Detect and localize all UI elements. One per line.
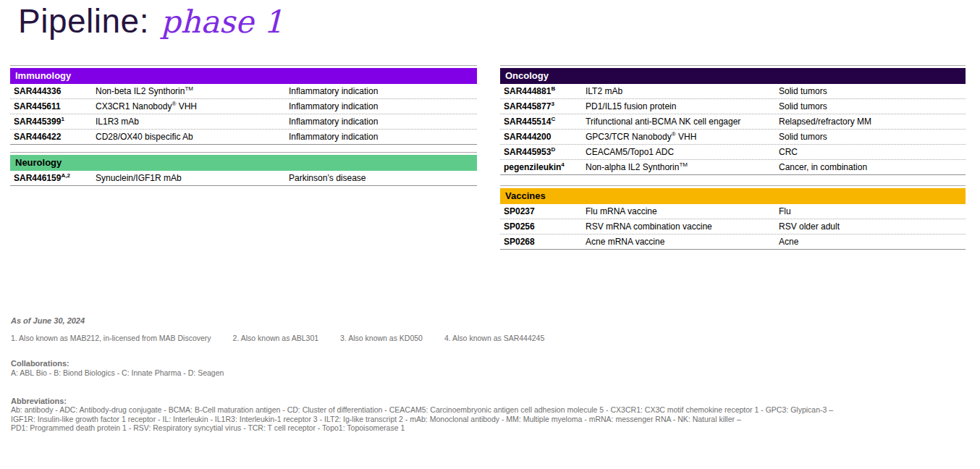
table-neurology: Neurology SAR446159A,2Synuclein/IGF1R mA… — [10, 152, 477, 186]
drug-code: pegenzileukin4 — [500, 161, 586, 174]
table-top-rule — [500, 185, 966, 186]
section-title: Immunology — [15, 70, 71, 81]
drug-mechanism: Non-beta IL2 SynthorinTM — [96, 85, 289, 98]
drug-indication: CRC — [779, 145, 966, 159]
table-row: SAR444200GPC3/TCR Nanobody® VHHSolid tum… — [500, 130, 966, 145]
drug-code: SP0237 — [500, 205, 586, 219]
table-row: SAR446159A,2Synuclein/IGF1R mAbParkinson… — [10, 171, 477, 186]
footnote-4: 4. Also known as SAR444245 — [444, 334, 544, 342]
drug-code: SP0268 — [500, 235, 586, 249]
drug-mechanism: CD28/OX40 bispecific Ab — [96, 130, 289, 144]
drug-mechanism: PD1/IL15 fusion protein — [586, 100, 779, 114]
drug-code: SAR446159A,2 — [10, 172, 96, 185]
table-row: SAR446422CD28/OX40 bispecific AbInflamma… — [10, 130, 477, 145]
drug-mechanism: IL1R3 mAb — [96, 115, 289, 129]
drug-indication: RSV older adult — [779, 220, 966, 234]
drug-indication: Relapsed/refractory MM — [779, 115, 966, 129]
table-rows: SAR444336Non-beta IL2 SynthorinTMInflamm… — [10, 84, 477, 145]
table-row: SAR444336Non-beta IL2 SynthorinTMInflamm… — [10, 84, 477, 99]
drug-code: SAR444200 — [500, 130, 586, 144]
drug-mechanism: GPC3/TCR Nanobody® VHH — [586, 130, 779, 144]
drug-mechanism: CX3CR1 Nanobody® VHH — [96, 100, 289, 114]
table-row: SAR445611CX3CR1 Nanobody® VHHInflammator… — [10, 99, 477, 114]
table-oncology: Oncology SAR444881BILT2 mAbSolid tumorsS… — [500, 65, 966, 175]
abbreviations-label: Abbreviations: — [11, 397, 833, 405]
section-header-oncology: Oncology — [500, 68, 966, 84]
table-vaccines: Vaccines SP0237Flu mRNA vaccineFluSP0256… — [500, 185, 966, 250]
drug-indication: Inflammatory indication — [289, 85, 477, 98]
drug-code: SAR4453991 — [10, 115, 96, 129]
drug-indication: Solid tumors — [779, 85, 966, 98]
table-row: SAR444881BILT2 mAbSolid tumors — [500, 84, 966, 99]
abbreviations-line: Ab: antibody - ADC: Antibody-drug conjug… — [11, 405, 833, 414]
drug-code: SAR444336 — [10, 85, 96, 98]
drug-indication: Solid tumors — [779, 100, 966, 114]
drug-indication: Flu — [779, 205, 966, 219]
table-rows: SP0237Flu mRNA vaccineFluSP0256RSV mRNA … — [500, 204, 966, 250]
section-header-neurology: Neurology — [10, 155, 477, 171]
footnote-2: 2. Also known as ABL301 — [233, 334, 319, 342]
collaborations-label: Collaborations: — [11, 359, 224, 368]
drug-code: SAR445953D — [500, 145, 586, 159]
drug-mechanism: Flu mRNA vaccine — [586, 205, 779, 219]
section-title: Oncology — [505, 70, 549, 81]
drug-code: SAR446422 — [10, 130, 96, 144]
pipeline-slide: Pipeline:phase 1 Immunology SAR444336Non… — [0, 0, 980, 469]
table-row: SAR445514CTrifunctional anti-BCMA NK cel… — [500, 114, 966, 130]
collaborations-block: Collaborations: A: ABL Bio - B: Biond Bi… — [11, 359, 224, 377]
table-row: SP0237Flu mRNA vaccineFlu — [500, 204, 966, 219]
drug-mechanism: CEACAM5/Topo1 ADC — [586, 145, 779, 159]
abbreviations-line: PD1: Programmed death protein 1 - RSV: R… — [11, 423, 833, 432]
drug-mechanism: ILT2 mAb — [586, 85, 779, 98]
page-title: Pipeline:phase 1 — [18, 1, 283, 41]
title-phase: phase 1 — [161, 4, 283, 40]
title-main: Pipeline: — [18, 2, 149, 40]
drug-indication: Solid tumors — [779, 130, 966, 144]
table-row: SP0268Acne mRNA vaccineAcne — [500, 234, 966, 250]
drug-indication: Inflammatory indication — [289, 115, 477, 129]
table-top-rule — [10, 152, 477, 153]
table-row: SAR4453991IL1R3 mAbInflammatory indicati… — [10, 114, 477, 130]
drug-indication: Inflammatory indication — [289, 130, 477, 144]
footnote-3: 3. Also known as KD050 — [340, 334, 423, 342]
table-top-rule — [10, 65, 477, 66]
drug-indication: Cancer, in combination — [779, 161, 966, 174]
as-of-date: As of June 30, 2024 — [11, 316, 85, 325]
table-rows: SAR446159A,2Synuclein/IGF1R mAbParkinson… — [10, 171, 477, 186]
drug-code: SAR4458773 — [500, 100, 586, 114]
section-header-vaccines: Vaccines — [500, 188, 966, 204]
drug-mechanism: Synuclein/IGF1R mAb — [96, 172, 289, 185]
section-title: Neurology — [15, 157, 62, 168]
drug-mechanism: Non-alpha IL2 SynthorinTM — [586, 161, 779, 174]
drug-mechanism: RSV mRNA combination vaccine — [586, 220, 779, 234]
footnote-1: 1. Also known as MAB212, in-licensed fro… — [11, 334, 211, 342]
table-row: SP0256RSV mRNA combination vaccineRSV ol… — [500, 219, 966, 234]
drug-code: SAR444881B — [500, 85, 586, 98]
collaborations-text: A: ABL Bio - B: Biond Biologics - C: Inn… — [11, 368, 224, 378]
table-top-rule — [500, 65, 966, 66]
table-row: pegenzileukin4Non-alpha IL2 SynthorinTMC… — [500, 160, 966, 175]
table-row: SAR4458773PD1/IL15 fusion proteinSolid t… — [500, 99, 966, 114]
drug-indication: Parkinson’s disease — [289, 172, 477, 185]
drug-code: SAR445611 — [10, 100, 96, 114]
abbreviations-block: Abbreviations: Ab: antibody - ADC: Antib… — [11, 397, 833, 432]
drug-indication: Acne — [779, 235, 966, 249]
table-rows: SAR444881BILT2 mAbSolid tumorsSAR4458773… — [500, 84, 966, 175]
drug-code: SAR445514C — [500, 115, 586, 129]
drug-indication: Inflammatory indication — [289, 100, 477, 114]
abbreviations-line: IGF1R: Insulin-like growth factor 1 rece… — [11, 415, 833, 423]
drug-mechanism: Trifunctional anti-BCMA NK cell engager — [586, 115, 779, 129]
numbered-footnotes: 1. Also known as MAB212, in-licensed fro… — [11, 334, 544, 342]
section-header-immunology: Immunology — [10, 68, 477, 84]
table-row: SAR445953DCEACAM5/Topo1 ADCCRC — [500, 145, 966, 160]
table-immunology: Immunology SAR444336Non-beta IL2 Synthor… — [10, 65, 477, 145]
section-title: Vaccines — [505, 190, 546, 201]
drug-code: SP0256 — [500, 220, 586, 234]
drug-mechanism: Acne mRNA vaccine — [586, 235, 779, 249]
